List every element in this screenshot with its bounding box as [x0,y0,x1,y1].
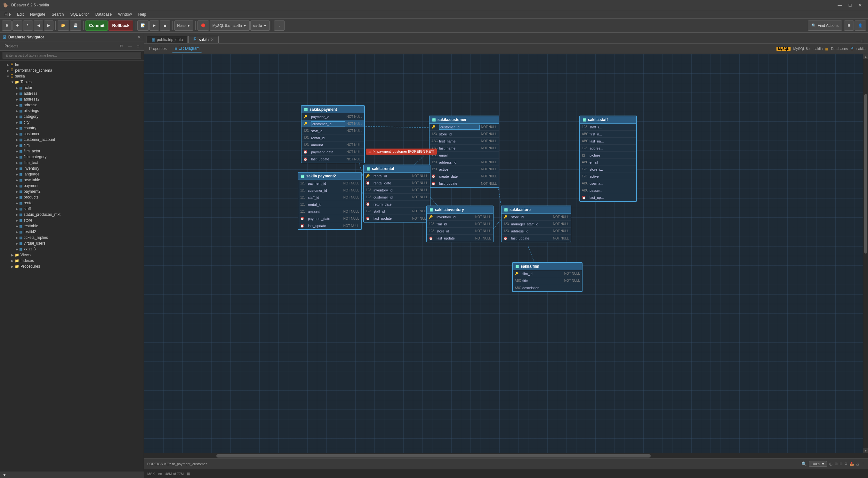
menu-database[interactable]: Database [92,11,115,17]
er-table-inventory-row-3[interactable]: 123 store_id NOT NULL [427,228,493,235]
sakila-tab-close[interactable]: ✕ [211,37,214,42]
er-table-inventory-row-2[interactable]: 123 film_id NOT NULL [427,220,493,228]
er-table-payment2-row-4[interactable]: 123 rental_id [298,201,361,208]
tree-item-status-producao[interactable]: ▶ ▦ status_producao_mxt [0,212,144,217]
tree-item-film-category[interactable]: ▶ ▦ film_category [0,154,144,160]
menu-help[interactable]: Help [135,11,150,17]
er-table-payment2-row-7[interactable]: ⏰ last_update NOT NULL [298,222,361,229]
tree-item-inventory[interactable]: ▶ ▦ inventory [0,166,144,171]
zoom-control[interactable]: 100% ▼ [809,461,827,467]
er-table-customer-row-1[interactable]: 🔑 customer_id NOT NULL [430,124,499,131]
scroll-down-icon[interactable]: ▼ [3,473,6,477]
grid-toggle-button[interactable]: ⊞ [844,21,854,31]
tree-item-sakila[interactable]: ▼ 🗄 sakila [0,73,144,79]
tree-item-bitstrings[interactable]: ▶ ▦ bitstrings [0,108,144,114]
tree-item-film-actor[interactable]: ▶ ▦ film_actor [0,148,144,154]
tree-item-lm[interactable]: ▶ 🗄 lm [0,62,144,67]
tree-item-testtable[interactable]: ▶ ▦ testtable [0,223,144,229]
er-vscroll-thumb[interactable] [864,94,867,253]
er-table-payment2[interactable]: ▦ sakila.payment2 123 payment_id NOT NUL… [298,172,362,230]
er-table-payment2-row-6[interactable]: ⏰ payment_date NOT NULL [298,215,361,222]
connection-dropdown[interactable]: MySQL 8.x - sakila ▼ [210,21,250,31]
er-hscroll-thumb[interactable] [216,454,651,457]
grid-button[interactable]: ⊟ [839,462,842,466]
menu-search[interactable]: Search [48,11,67,17]
tree-item-language[interactable]: ▶ ▦ language [0,171,144,177]
er-table-customer-row-7[interactable]: 123 active NOT NULL [430,166,499,173]
tree-item-film-text[interactable]: ▶ ▦ film_text [0,160,144,166]
properties-tab-button[interactable]: Properties [147,45,169,52]
tree-item-film[interactable]: ▶ ▦ film [0,143,144,148]
tree-item-country[interactable]: ▶ ▦ country [0,125,144,131]
er-table-customer-row-8[interactable]: ⏰ create_date NOT NULL [430,173,499,180]
tab-trip-data[interactable]: ▦ public.trip_data [147,36,188,43]
er-table-customer-row-5[interactable]: ABC email [430,152,499,159]
er-table-store-row-3[interactable]: 123 address_id NOT NULL [501,228,571,235]
er-table-payment2-row-2[interactable]: 123 customer_id NOT NULL [298,187,361,194]
more-button[interactable]: ⋮ [861,462,865,466]
execute-button[interactable]: ▶ [150,21,159,31]
nav-settings-button[interactable]: ⚙ [118,43,125,49]
tree-item-category[interactable]: ▶ ▦ category [0,114,144,119]
tree-item-new-table[interactable]: ▶ ▦ new table [0,177,144,183]
er-table-rental-row-2[interactable]: ⏰ rental_date NOT NULL [364,180,430,187]
commit-button[interactable]: Commit [86,21,108,31]
er-vscroll-down[interactable]: ▼ [863,448,868,453]
tree-item-xxzz3[interactable]: ▶ ▦ xx zz 3 [0,246,144,252]
er-table-staff-row-6[interactable]: ABC email [580,159,636,166]
tree-item-address2[interactable]: ▶ ▦ address2 [0,96,144,102]
menu-edit[interactable]: Edit [14,11,27,17]
menu-window[interactable]: Window [115,11,135,17]
er-table-rental-row-6[interactable]: 123 staff_id NOT NULL [364,208,430,215]
er-table-film[interactable]: ▦ sakila.film 🔑 film_id NOT NULL ABC tit… [512,262,583,292]
export-button[interactable]: 📤 [849,462,854,466]
er-table-staff[interactable]: ▦ sakila.staff 123 staff_i... ABC first_… [579,116,637,202]
tree-item-city[interactable]: ▶ ▦ city [0,119,144,125]
open-button[interactable]: 📂 [58,21,69,31]
er-table-payment-row-1[interactable]: 🔑 payment_id NOT NULL [302,113,364,120]
er-table-customer-row-6[interactable]: 123 address_id NOT NULL [430,159,499,166]
tree-item-staff[interactable]: ▶ ▦ staff [0,206,144,212]
er-table-rental[interactable]: ▦ sakila.rental 🔑 rental_id NOT NULL ⏰ r… [363,165,431,222]
tree-item-address[interactable]: ▶ ▦ address [0,91,144,96]
er-table-rental-row-5[interactable]: ⏰ return_date [364,201,430,208]
er-table-payment-row-2[interactable]: 🔑 customer_id NOT NULL [302,120,364,127]
er-table-staff-row-9[interactable]: ABC userna... [580,180,636,187]
zoom-dropdown-icon[interactable]: ▼ [821,462,825,466]
er-table-staff-row-3[interactable]: ABC last_na... [580,138,636,145]
close-button[interactable]: ✕ [856,1,865,9]
new-connection-button[interactable]: ⊕ [2,21,12,31]
er-table-inventory-row-1[interactable]: 🔑 inventory_id NOT NULL [427,213,493,220]
er-table-payment-row-6[interactable]: ⏰ payment_date NOT NULL [302,149,364,156]
er-table-payment[interactable]: ▦ sakila.payment 🔑 payment_id NOT NULL 🔑… [301,105,365,163]
er-diagram-area[interactable]: ▦ sakila.payment 🔑 payment_id NOT NULL 🔑… [144,54,868,453]
none-dropdown[interactable]: None ▼ [175,21,193,31]
er-table-store-row-4[interactable]: ⏰ last_update NOT NULL [501,235,571,242]
er-table-customer-row-4[interactable]: ABC last_name NOT NULL [430,145,499,152]
script-button[interactable]: 📝 [137,21,149,31]
er-table-payment-row-7[interactable]: ⏰ last_update NOT NULL [302,156,364,162]
nav-search-input[interactable] [3,52,141,59]
er-table-customer-row-2[interactable]: 123 store_id NOT NULL [430,131,499,138]
er-table-staff-row-5[interactable]: 🖼 picture [580,152,636,159]
er-table-film-row-2[interactable]: ABC title NOT NULL [513,277,582,284]
minimize-button[interactable]: — [835,1,844,9]
tree-item-tickets[interactable]: ▶ ▦ tickets_replies [0,235,144,240]
tree-item-virtual-users[interactable]: ▶ ▦ virtual_users [0,240,144,246]
tree-item-actor[interactable]: ▶ ▦ actor [0,85,144,91]
tree-item-procedures-folder[interactable]: ▶ 📁 Procedures [0,264,144,269]
er-table-payment2-row-3[interactable]: 123 staff_id NOT NULL [298,194,361,201]
tree-item-adresse[interactable]: ▶ ▦ adresse [0,102,144,108]
er-table-customer-row-3[interactable]: ABC first_name NOT NULL [430,138,499,145]
user-button[interactable]: 👤 [855,21,866,31]
tree-item-customer[interactable]: ▶ ▦ customer [0,131,144,137]
er-table-rental-row-1[interactable]: 🔑 rental_id NOT NULL [364,173,430,180]
tree-item-payment2[interactable]: ▶ ▦ payment2 [0,188,144,195]
disconnect-button[interactable]: ⊗ [12,21,22,31]
er-vscrollbar[interactable]: ▲ ▼ [863,54,868,453]
er-table-staff-row-11[interactable]: ⏰ last_up... [580,194,636,201]
tree-item-tables-folder[interactable]: ▼ 📁 Tables [0,79,144,85]
forward-button[interactable]: ▶ [44,21,54,31]
er-table-rental-row-3[interactable]: 123 inventory_id NOT NULL [364,187,430,194]
zoom-in-icon[interactable]: ⊕ [829,461,833,467]
